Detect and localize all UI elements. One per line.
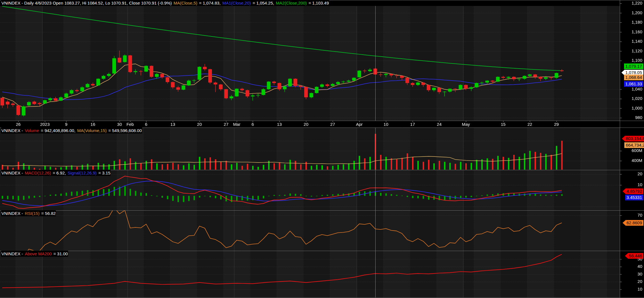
axis-label-above: 40 bbox=[637, 264, 642, 269]
panel-title-segment: = 549,596,608.00 bbox=[107, 128, 142, 133]
panel-title-macd: VNINDEX - MACD(12,26) = 6.92, Signal(12,… bbox=[1, 170, 111, 175]
date-label: 9 bbox=[60, 122, 72, 127]
date-label: 20 bbox=[300, 122, 312, 127]
panel-title-segment: Above MA200 bbox=[25, 251, 52, 257]
panel-title-segment: = 3.15 bbox=[97, 170, 111, 176]
date-label: Apr bbox=[353, 122, 366, 127]
panel-title-segment: VNINDEX - bbox=[1, 251, 25, 257]
date-label: 29 bbox=[550, 122, 563, 127]
axis-label-price: 1,120 bbox=[631, 48, 642, 53]
axis-label-price: 1,020 bbox=[631, 96, 642, 101]
date-label: 20 bbox=[193, 122, 206, 127]
panel-title-segment: = 1,103.49 bbox=[307, 0, 329, 6]
axis-label-price: 1,100 bbox=[631, 58, 642, 63]
panel-title-segment: MACD(12,26) bbox=[25, 170, 51, 176]
date-label: 15 bbox=[497, 122, 510, 127]
date-label: Mar bbox=[231, 122, 243, 127]
date-label: 16 bbox=[87, 122, 99, 127]
axis-badge-price: 1,061.33 bbox=[624, 81, 643, 87]
date-label: 6 bbox=[246, 122, 259, 127]
axis-badge-macd: 4.85792 bbox=[623, 188, 643, 194]
axis-badge-macd: 3.45331 bbox=[625, 195, 643, 200]
axis-label-volume: 400M bbox=[631, 158, 642, 163]
axis-label-price: 1,000 bbox=[631, 106, 642, 110]
date-label: 26 bbox=[12, 122, 25, 127]
date-label: 6 bbox=[140, 122, 152, 127]
panel-title-volume: VNINDEX - Volume = 942,408,896.00, MA(Vo… bbox=[1, 128, 142, 133]
axis-label-price: 1,160 bbox=[631, 29, 642, 34]
panel-title-segment: VNINDEX - bbox=[1, 170, 25, 176]
chart-canvas[interactable] bbox=[0, 0, 644, 298]
date-label: 17 bbox=[406, 122, 419, 127]
panel-title-segment: Signal(12,26,9) bbox=[67, 170, 97, 176]
axis-label-macd: 20 bbox=[637, 171, 642, 176]
axis-label-above: 10 bbox=[637, 287, 642, 291]
axis-label-volume: 600M bbox=[631, 148, 642, 153]
axis-badge-rsi: 62.8609 bbox=[623, 220, 643, 226]
axis-badge-price: 1,079.17 bbox=[624, 63, 643, 69]
axis-badge-volume: 664,734,2 bbox=[624, 142, 644, 148]
date-label: 24 bbox=[433, 122, 445, 127]
date-label: 27 bbox=[326, 122, 339, 127]
date-label: 13 bbox=[166, 122, 179, 127]
date-label: 10 bbox=[380, 122, 392, 127]
axis-label-price: 1,180 bbox=[631, 20, 642, 24]
panel-title-rsi: VNINDEX - RSI(15) = 56.82 bbox=[1, 211, 56, 216]
panel-title-segment: MA2(Close,200) bbox=[276, 0, 307, 6]
panel-title-segment: MA(Volume,15) bbox=[77, 128, 107, 133]
panel-title-segment: = 56.82 bbox=[40, 210, 56, 216]
chart-window: { "symbol": "VNINDEX", "interval": "Dail… bbox=[0, 0, 644, 298]
axis-badge-price: 1,068.64 bbox=[624, 75, 643, 80]
panel-title-segment: RSI(15) bbox=[25, 210, 40, 216]
panel-title-segment: = 6.92, bbox=[51, 170, 68, 176]
date-label: 22 bbox=[523, 122, 536, 127]
axis-label-price: 980 bbox=[635, 115, 642, 120]
panel-title-segment: = 1,054.25, bbox=[251, 0, 276, 6]
axis-label-rsi: 70 bbox=[637, 213, 642, 217]
panel-title-segment: = 942,408,896.00, bbox=[39, 128, 77, 133]
panel-title-segment: VNINDEX - Daily 4/6/2023 Open 1083.27, H… bbox=[1, 0, 173, 6]
panel-title-segment: VNINDEX - bbox=[1, 128, 25, 133]
axis-badge-volume: 803,154,8 bbox=[622, 136, 644, 141]
panel-title-above: VNINDEX - Above MA200 = 31.00 bbox=[1, 251, 68, 256]
date-label: 2023 bbox=[39, 122, 51, 127]
axis-label-price: 1,220 bbox=[631, 1, 642, 5]
axis-label-price: 1,040 bbox=[631, 87, 642, 91]
date-label: 13 bbox=[273, 122, 286, 127]
panel-title-segment: Volume bbox=[25, 128, 39, 133]
panel-title-segment: = 1,074.83, bbox=[197, 0, 222, 6]
axis-label-above: 20 bbox=[637, 279, 642, 284]
panel-title-segment: VNINDEX - bbox=[1, 210, 25, 216]
date-label: May bbox=[460, 122, 472, 127]
date-label: Feb bbox=[124, 122, 136, 127]
axis-label-price: 1,140 bbox=[631, 39, 642, 44]
axis-label-above: 30 bbox=[637, 272, 642, 276]
panel-title-segment: = 31.00 bbox=[52, 251, 68, 257]
axis-badge-above: 56.446 bbox=[625, 253, 643, 259]
panel-title-segment: MA1(Close,20) bbox=[222, 0, 251, 6]
panel-title-price: VNINDEX - Daily 4/6/2023 Open 1083.27, H… bbox=[1, 1, 329, 5]
panel-title-segment: MA(Close,5) bbox=[173, 0, 197, 6]
axis-label-price: 1,200 bbox=[631, 10, 642, 15]
axis-label-macd: 10 bbox=[637, 182, 642, 187]
